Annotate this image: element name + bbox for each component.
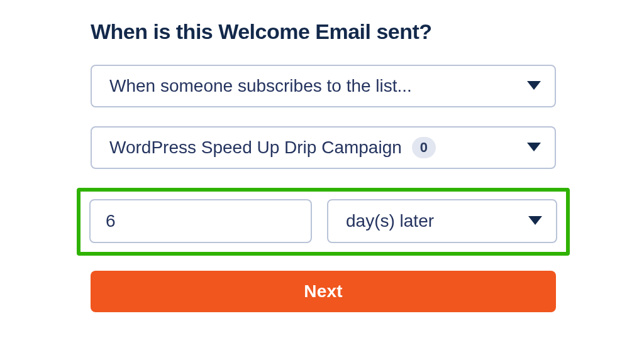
delay-unit-label: day(s) later — [346, 211, 434, 231]
delay-row-highlight: day(s) later — [77, 188, 570, 256]
list-select[interactable]: WordPress Speed Up Drip Campaign 0 — [91, 126, 556, 169]
send-timing-form: When is this Welcome Email sent? When so… — [91, 19, 556, 312]
chevron-down-icon — [528, 216, 542, 226]
trigger-select-label: When someone subscribes to the list... — [109, 76, 412, 96]
chevron-down-icon — [527, 143, 541, 153]
form-heading: When is this Welcome Email sent? — [91, 19, 556, 45]
trigger-select[interactable]: When someone subscribes to the list... — [91, 65, 556, 107]
delay-unit-select[interactable]: day(s) later — [327, 199, 557, 243]
list-count-badge: 0 — [412, 137, 436, 158]
chevron-down-icon — [527, 81, 541, 91]
svg-marker-0 — [527, 81, 541, 90]
svg-marker-2 — [528, 216, 542, 225]
svg-marker-1 — [527, 143, 541, 151]
next-button[interactable]: Next — [91, 271, 556, 312]
delay-amount-input[interactable] — [89, 199, 312, 243]
list-select-label: WordPress Speed Up Drip Campaign — [109, 138, 402, 158]
